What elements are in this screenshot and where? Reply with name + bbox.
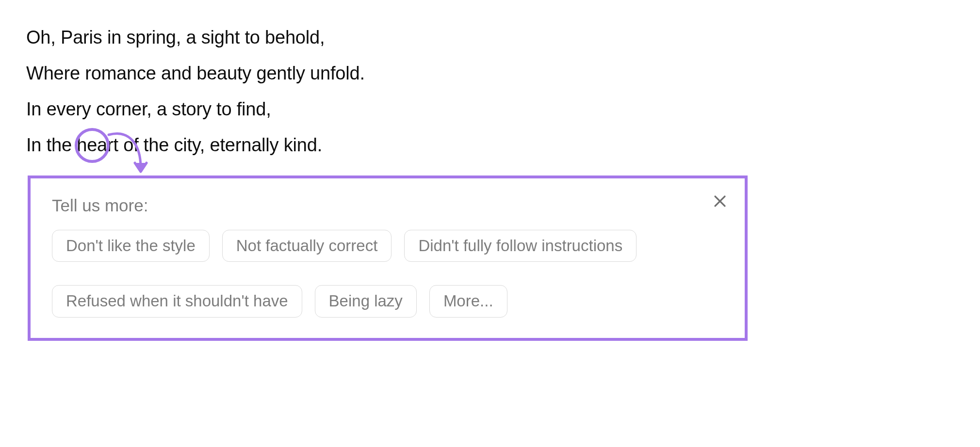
message-line: Where romance and beauty gently unfold. [26, 55, 954, 91]
message-content: Oh, Paris in spring, a sight to behold, … [0, 0, 980, 191]
feedback-option-factual[interactable]: Not factually correct [222, 230, 392, 262]
feedback-options: Don't like the style Not factually corre… [52, 230, 723, 318]
message-line: Oh, Paris in spring, a sight to behold, [26, 19, 954, 55]
message-line: In the heart of the city, eternally kind… [26, 127, 954, 163]
message-line: In every corner, a story to find, [26, 91, 954, 127]
close-icon[interactable] [712, 193, 728, 209]
feedback-option-lazy[interactable]: Being lazy [315, 285, 417, 317]
feedback-option-refused[interactable]: Refused when it shouldn't have [52, 285, 302, 317]
feedback-panel: Tell us more: Don't like the style Not f… [28, 176, 748, 341]
feedback-option-more[interactable]: More... [429, 285, 507, 317]
feedback-option-instructions[interactable]: Didn't fully follow instructions [404, 230, 637, 262]
feedback-option-style[interactable]: Don't like the style [52, 230, 210, 262]
feedback-title: Tell us more: [52, 196, 148, 215]
